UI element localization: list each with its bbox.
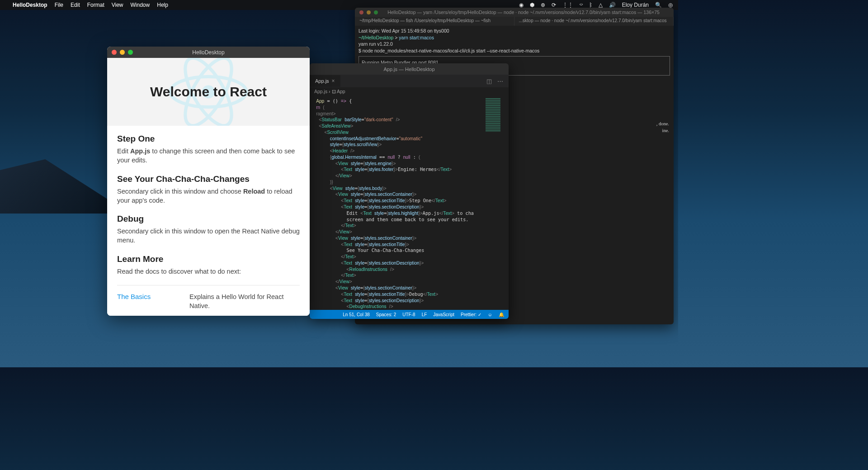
terminal-line: $ node node_modules/react-native-macos/l… xyxy=(359,47,670,54)
terminal-tab[interactable]: ...sktop — node · node ~/.nvm/versions/n… xyxy=(514,17,674,26)
hero-section: Welcome to React xyxy=(107,58,310,126)
section-body: Edit App.js to change this screen and th… xyxy=(117,147,300,165)
vscode-window: App.js — HelloDesktop App.js × ◫ ⋯ App.j… xyxy=(310,63,509,319)
section-title: See Your Cha-Cha-Cha-Changes xyxy=(117,174,300,184)
section-changes: See Your Cha-Cha-Cha-Changes Secondary c… xyxy=(117,174,300,205)
status-eol[interactable]: LF xyxy=(422,312,427,317)
menu-window[interactable]: Window xyxy=(131,2,150,8)
links-list: The Basics Explains a Hello World for Re… xyxy=(117,285,300,316)
app-title: HelloDesktop xyxy=(107,49,310,56)
bell-icon[interactable]: 🔔 xyxy=(499,312,504,317)
section-step-one: Step One Edit App.js to change this scre… xyxy=(117,134,300,165)
status-icon[interactable]: ⟳ xyxy=(552,2,556,8)
section-debug: Debug Secondary click in this window to … xyxy=(117,214,300,245)
siri-icon[interactable]: ◎ xyxy=(668,2,673,8)
link-desc: Explains a Hello World for React Native. xyxy=(189,293,300,310)
app-window: HelloDesktop Welcome to React Step One E… xyxy=(107,47,310,316)
hero-title: Welcome to React xyxy=(150,84,267,100)
editor-tab[interactable]: App.js × xyxy=(310,75,340,87)
section-title: Step One xyxy=(117,134,300,144)
terminal-line: , done. xyxy=(656,121,669,128)
app-menu[interactable]: HelloDesktop xyxy=(13,2,47,8)
status-icon[interactable]: ⊕ xyxy=(541,2,545,8)
split-editor-icon[interactable]: ◫ xyxy=(486,78,492,85)
minimap[interactable] xyxy=(484,96,509,310)
menu-file[interactable]: File xyxy=(55,2,63,8)
wifi-icon[interactable]: ⌔ xyxy=(580,2,583,8)
volume-icon[interactable]: 🔊 xyxy=(609,2,616,8)
maximize-icon[interactable] xyxy=(374,10,378,14)
link-row[interactable]: The Basics Explains a Hello World for Re… xyxy=(117,285,300,316)
vscode-titlebar[interactable]: App.js — HelloDesktop xyxy=(310,63,509,75)
section-title: Learn More xyxy=(117,254,300,264)
app-content[interactable]: Step One Edit App.js to change this scre… xyxy=(107,126,310,316)
section-body: Secondary click in this window and choos… xyxy=(117,187,300,205)
terminal-line: yarn run v1.22.0 xyxy=(359,41,670,47)
user-name[interactable]: Eloy Durán xyxy=(622,2,649,8)
terminal-tabs: ~/tmp/HelloDesktop — fish /Users/eloy/tm… xyxy=(355,17,674,26)
section-body: Secondary click in this window to open t… xyxy=(117,227,300,245)
more-icon[interactable]: ⋯ xyxy=(497,78,503,85)
terminal-line: ~/t/HelloDesktop > yarn start:macos xyxy=(359,34,670,41)
bluetooth-icon[interactable]: ᛒ xyxy=(589,2,592,8)
minimize-icon[interactable] xyxy=(120,50,125,55)
status-prettier[interactable]: Prettier: ✓ xyxy=(461,312,481,317)
menu-format[interactable]: Format xyxy=(87,2,104,8)
section-title: Debug xyxy=(117,214,300,224)
maximize-icon[interactable] xyxy=(128,50,133,55)
vscode-tabstrip: App.js × ◫ ⋯ xyxy=(310,75,509,87)
status-icon[interactable]: ⋮⋮ xyxy=(562,2,573,8)
close-tab-icon[interactable]: × xyxy=(332,78,335,84)
feedback-icon[interactable]: ☺ xyxy=(488,312,492,317)
app-titlebar[interactable]: HelloDesktop xyxy=(107,47,310,58)
section-learn-more: Learn More Read the docs to discover wha… xyxy=(117,254,300,276)
section-body: Read the docs to discover what to do nex… xyxy=(117,267,300,276)
vscode-statusbar: Ln 51, Col 38 Spaces: 2 UTF-8 LF JavaScr… xyxy=(310,310,509,319)
link-title: The Basics xyxy=(117,293,180,310)
terminal-tab[interactable]: ~/tmp/HelloDesktop — fish /Users/eloy/tm… xyxy=(355,17,514,26)
breadcrumb[interactable]: App.js › ⊡ App xyxy=(310,87,509,96)
status-icon[interactable]: △ xyxy=(599,2,603,8)
status-language[interactable]: JavaScript xyxy=(433,312,454,317)
status-icon[interactable]: ⬢ xyxy=(530,2,534,8)
menu-edit[interactable]: Edit xyxy=(71,2,80,8)
close-icon[interactable] xyxy=(359,10,363,14)
terminal-title: HelloDesktop — yarn /Users/eloy/tmp/Hell… xyxy=(378,9,669,15)
status-cursor[interactable]: Ln 51, Col 38 xyxy=(343,312,370,317)
terminal-titlebar[interactable]: HelloDesktop — yarn /Users/eloy/tmp/Hell… xyxy=(355,8,674,17)
status-encoding[interactable]: UTF-8 xyxy=(402,312,415,317)
status-spaces[interactable]: Spaces: 2 xyxy=(376,312,396,317)
minimize-icon[interactable] xyxy=(367,10,371,14)
terminal-line: Last login: Wed Apr 15 15:49:58 on ttys0… xyxy=(359,28,670,34)
terminal-line: ine. xyxy=(662,128,669,134)
close-icon[interactable] xyxy=(112,50,117,55)
status-icon[interactable]: ◉ xyxy=(519,2,524,8)
menu-view[interactable]: View xyxy=(112,2,123,8)
spotlight-icon[interactable]: 🔍 xyxy=(655,2,662,8)
code-editor[interactable]: App = () => { rn ( ragment> <StatusBar b… xyxy=(310,96,484,310)
menu-help[interactable]: Help xyxy=(157,2,168,8)
